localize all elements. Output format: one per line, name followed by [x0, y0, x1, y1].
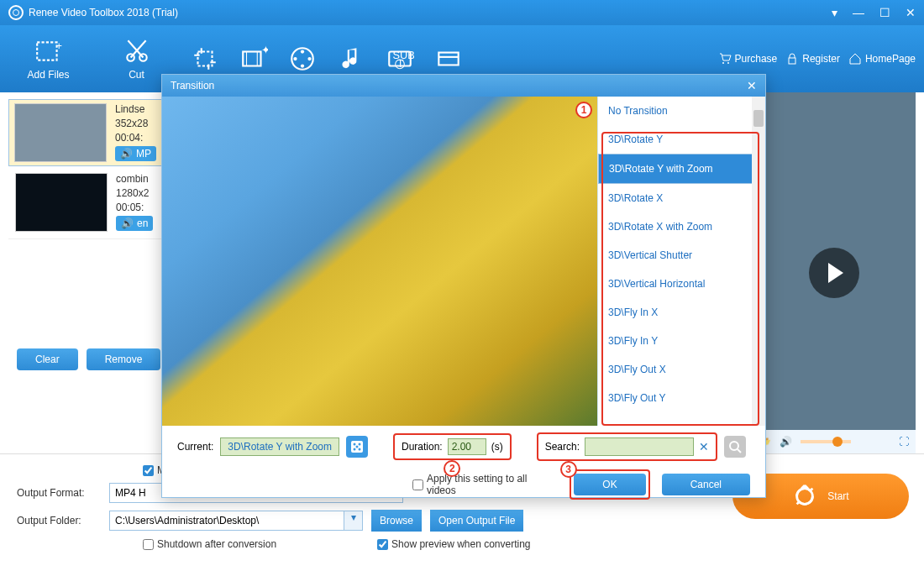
- output-folder-label: Output Folder:: [17, 515, 101, 526]
- add-files-button[interactable]: + Add Files: [8, 29, 88, 88]
- current-value: 3D\Rotate Y with Zoom: [220, 437, 339, 456]
- shutdown-checkbox[interactable]: Shutdown after conversion: [143, 538, 276, 550]
- svg-point-23: [358, 443, 360, 446]
- clear-button[interactable]: Clear: [17, 348, 78, 370]
- maximize-button[interactable]: ☐: [879, 6, 890, 19]
- svg-text:✦: ✦: [261, 45, 269, 56]
- svg-point-18: [722, 62, 724, 64]
- remove-button[interactable]: Remove: [87, 348, 161, 370]
- sound-icon: 🔊: [120, 148, 133, 160]
- annotation-box-ok: OK: [570, 469, 649, 500]
- transition-item[interactable]: 3D\Fly In Y: [598, 327, 765, 355]
- scissors-icon: [123, 37, 151, 65]
- clear-search-button[interactable]: ✕: [699, 440, 709, 453]
- transition-item[interactable]: 3D\Fly In X: [598, 298, 765, 327]
- close-button[interactable]: ✕: [906, 6, 916, 19]
- search-icon: [728, 440, 742, 453]
- svg-point-19: [727, 62, 729, 64]
- svg-rect-0: [37, 42, 56, 60]
- no-transition-item[interactable]: No Transition: [598, 97, 765, 125]
- svg-point-24: [355, 446, 358, 448]
- transition-item[interactable]: 3D\Rotate Y: [598, 125, 765, 154]
- file-audio-tag[interactable]: 🔊en: [116, 216, 153, 231]
- duration-box: Duration: (s) 2: [393, 433, 512, 460]
- file-name: combin: [116, 173, 153, 185]
- card-icon: [434, 45, 463, 73]
- preview-checkbox[interactable]: Show preview when converting: [377, 538, 530, 550]
- svg-text:+: +: [55, 39, 61, 52]
- transition-item[interactable]: 3D\Vertical Horizontal: [598, 270, 765, 298]
- purchase-link[interactable]: Purchase: [718, 52, 778, 65]
- ok-button[interactable]: OK: [574, 474, 645, 495]
- file-thumbnail: [15, 173, 108, 232]
- transition-item[interactable]: 3D\Rotate X: [598, 184, 765, 212]
- file-resolution: 1280x2: [116, 187, 153, 199]
- titlebar: Renee Video Toolbox 2018 (Trial) ▾ — ☐ ✕: [0, 0, 924, 25]
- transition-preview: 1: [162, 97, 597, 426]
- dialog-title: Transition: [171, 80, 214, 92]
- subtitle-icon: SUBT: [386, 45, 414, 73]
- current-label: Current:: [177, 441, 213, 453]
- svg-point-11: [307, 57, 311, 60]
- output-format-label: Output Format:: [17, 487, 101, 499]
- svg-point-8: [301, 50, 304, 53]
- register-link[interactable]: Register: [785, 52, 840, 65]
- svg-rect-16: [438, 53, 458, 65]
- random-button[interactable]: [346, 436, 368, 458]
- dialog-close-button[interactable]: ✕: [747, 79, 757, 92]
- transition-list[interactable]: No Transition 3D\Rotate Y3D\Rotate Y wit…: [597, 97, 765, 426]
- volume-icon[interactable]: 🔊: [780, 436, 792, 448]
- film-add-icon: +: [34, 37, 63, 65]
- file-resolution: 352x28: [115, 118, 156, 129]
- app-logo-icon: [8, 5, 24, 20]
- crop-icon: [191, 45, 219, 73]
- search-box: Search: ✕ 3: [537, 432, 717, 461]
- fullscreen-icon[interactable]: ⛶: [899, 436, 909, 448]
- transition-dialog: Transition ✕ 1 No Transition 3D\Rotate Y…: [161, 74, 766, 498]
- svg-point-22: [353, 443, 355, 446]
- file-duration: 00:05:: [116, 202, 153, 213]
- file-name: Lindse: [115, 103, 156, 115]
- apply-all-checkbox[interactable]: Apply this setting to all videos: [412, 473, 558, 496]
- annotation-badge-1: 1: [575, 102, 592, 118]
- cart-icon: [718, 52, 732, 65]
- home-icon: [848, 52, 862, 65]
- svg-rect-20: [789, 58, 795, 64]
- refresh-icon: [792, 484, 817, 509]
- dialog-titlebar: Transition ✕: [162, 75, 765, 97]
- duration-input[interactable]: [448, 438, 486, 455]
- svg-text:T: T: [397, 57, 404, 70]
- svg-point-10: [293, 57, 297, 60]
- lock-icon: [785, 52, 799, 65]
- transition-item[interactable]: 3D\Rotate Y with Zoom: [598, 154, 765, 184]
- scrollbar[interactable]: [752, 97, 765, 426]
- dropdown-icon[interactable]: ▾: [832, 6, 837, 19]
- svg-rect-4: [198, 52, 213, 66]
- film-sparkle-icon: ✦: [239, 45, 268, 73]
- minimize-button[interactable]: —: [853, 6, 864, 19]
- file-audio-tag[interactable]: 🔊MP: [115, 146, 156, 161]
- annotation-badge-2: 2: [444, 460, 460, 477]
- svg-point-26: [358, 448, 360, 451]
- svg-point-27: [730, 442, 738, 450]
- transition-item[interactable]: 3D\Fly Out X: [598, 355, 765, 384]
- preview-panel: 📂 🔊 ⛶: [752, 92, 916, 453]
- search-label: Search:: [545, 441, 580, 453]
- file-thumbnail: [14, 103, 107, 162]
- app-title: Renee Video Toolbox 2018 (Trial): [29, 7, 178, 18]
- search-input[interactable]: [585, 437, 694, 456]
- transition-item[interactable]: 3D\Fly Out Y: [598, 384, 765, 412]
- reel-icon: [288, 45, 317, 73]
- transition-item[interactable]: 3D\Rotate X with Zoom: [598, 212, 765, 241]
- file-duration: 00:04:: [115, 132, 156, 144]
- duration-unit: (s): [491, 441, 503, 453]
- volume-slider[interactable]: [801, 440, 851, 443]
- search-button[interactable]: [724, 436, 746, 458]
- cancel-button[interactable]: Cancel: [662, 474, 750, 495]
- duration-label: Duration:: [402, 441, 443, 453]
- preview-controls: 📂 🔊 ⛶: [752, 430, 916, 453]
- svg-point-25: [353, 448, 355, 451]
- transition-item[interactable]: 3D\Vertical Shutter: [598, 241, 765, 270]
- homepage-link[interactable]: HomePage: [848, 52, 916, 65]
- play-button[interactable]: [809, 248, 859, 298]
